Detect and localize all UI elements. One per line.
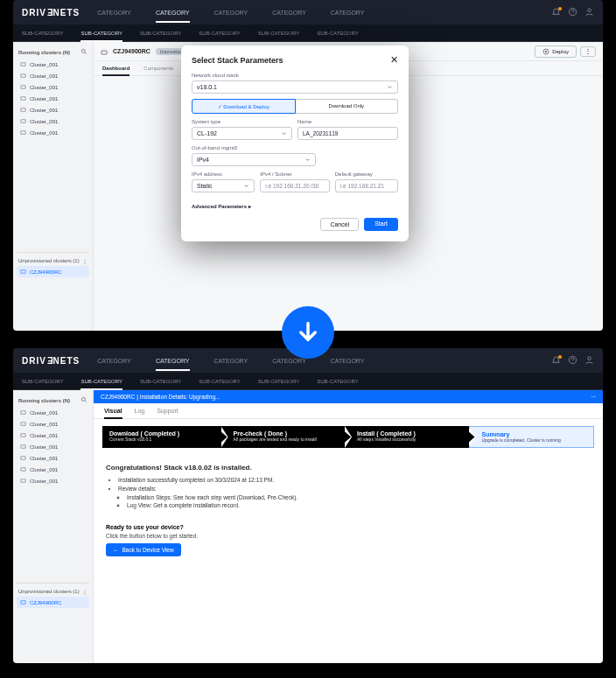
- ipv4addr-select[interactable]: Static: [192, 179, 255, 192]
- sub-cat-4[interactable]: SUB-CATEGORY: [258, 379, 299, 384]
- start-button[interactable]: Start: [364, 218, 398, 231]
- running-clusters-header: Running clusters (N): [17, 45, 89, 59]
- app-body: Running clusters (N) Cluster_001 Cluster…: [13, 42, 603, 331]
- install-header-more[interactable]: ···: [592, 394, 596, 400]
- sub-cat-2[interactable]: SUB-CATEGORY: [140, 379, 181, 384]
- cluster-label: Cluster_001: [30, 433, 58, 438]
- notifications-icon[interactable]: [551, 356, 561, 366]
- cluster-item[interactable]: Cluster_001: [17, 441, 89, 452]
- more-icon[interactable]: ⋮: [82, 258, 88, 264]
- unprov-cluster-item[interactable]: CZJ94900RC: [17, 266, 89, 277]
- svg-rect-10: [21, 270, 25, 274]
- advanced-params-link[interactable]: Advanced Parameters ▸: [192, 203, 398, 209]
- cluster-item[interactable]: Cluster_001: [17, 407, 89, 418]
- cluster-item[interactable]: Cluster_001: [17, 70, 89, 81]
- tab-visual[interactable]: Visual: [104, 408, 122, 418]
- search-icon[interactable]: [80, 48, 88, 56]
- top-cat-0[interactable]: CATEGORY: [97, 3, 131, 23]
- back-to-device-button[interactable]: ← Back to Device View: [106, 543, 181, 556]
- stage-summary[interactable]: Summary Upgrade is completed. Cluster is…: [469, 426, 595, 448]
- search-icon[interactable]: [80, 396, 88, 404]
- unprovisioned-section: Unprovisioned clusters (1)⋮ CZJ94900RC: [17, 583, 89, 608]
- tab-log[interactable]: Log: [135, 408, 145, 418]
- sub-cat-3[interactable]: SUB-CATEGORY: [199, 31, 240, 36]
- svg-rect-20: [21, 457, 25, 460]
- cluster-item[interactable]: Cluster_001: [17, 115, 89, 127]
- top-cat-2[interactable]: CATEGORY: [214, 3, 248, 23]
- arrow-left-icon: ←: [113, 547, 119, 553]
- cluster-label: Cluster_001: [30, 479, 58, 484]
- gw-field[interactable]: i.e 192.168.21.21: [335, 179, 398, 192]
- main-area-bottom: CZJ94900RC | Installation Details: Upgra…: [94, 390, 603, 663]
- tab-dashboard[interactable]: Dashboard: [102, 61, 130, 75]
- subbar-bottom: SUB-CATEGORY SUB-CATEGORY SUB-CATEGORY S…: [13, 373, 603, 390]
- device-name: CZJ94900RC: [113, 48, 150, 54]
- sub-cat-3[interactable]: SUB-CATEGORY: [199, 379, 240, 384]
- oob-select[interactable]: IPv4: [192, 153, 316, 166]
- device-more-button[interactable]: ⋮: [580, 46, 596, 57]
- top-categories: CATEGORY CATEGORY CATEGORY CATEGORY CATE…: [97, 3, 364, 23]
- subnet-field[interactable]: i.e 192.160.21.20 /30: [260, 179, 329, 192]
- stage-install[interactable]: Install ( Completed ) All steps Installe…: [345, 426, 469, 448]
- systype-select[interactable]: CL-192: [192, 127, 292, 140]
- cluster-item[interactable]: Cluster_001: [17, 475, 89, 486]
- deploy-button[interactable]: Deploy: [535, 45, 577, 58]
- chevron-down-icon: [387, 84, 393, 90]
- tab-components[interactable]: Components: [144, 61, 173, 75]
- top-cat-1[interactable]: CATEGORY: [156, 351, 190, 371]
- cluster-item[interactable]: Cluster_001: [17, 81, 89, 93]
- cluster-label: Cluster_001: [30, 73, 58, 79]
- close-icon[interactable]: ✕: [390, 54, 398, 66]
- ncs-select[interactable]: v18.0.1: [192, 80, 398, 94]
- name-field[interactable]: LA_20231119: [298, 127, 398, 140]
- sub-cat-5[interactable]: SUB-CATEGORY: [317, 379, 358, 384]
- top-cat-4[interactable]: CATEGORY: [331, 3, 365, 23]
- svg-point-2: [81, 49, 85, 52]
- ncs-label: Network cloud stack: [192, 73, 398, 78]
- top-cat-4[interactable]: CATEGORY: [331, 351, 365, 371]
- sidebar: Running clusters (N) Cluster_001 Cluster…: [13, 42, 94, 331]
- more-icon[interactable]: ⋮: [82, 589, 88, 595]
- notifications-icon[interactable]: [551, 8, 561, 17]
- panel-before: DRIVENETS CATEGORY CATEGORY CATEGORY CAT…: [13, 0, 603, 331]
- sub-cat-0[interactable]: SUB-CATEGORY: [22, 31, 63, 36]
- cluster-item[interactable]: Cluster_001: [17, 418, 89, 430]
- stage-install-sub: All steps Installed successfully: [357, 437, 462, 442]
- download-only-option[interactable]: Download Only: [296, 99, 399, 114]
- systype-label: System type: [192, 119, 292, 124]
- sub-cat-2[interactable]: SUB-CATEGORY: [140, 31, 181, 36]
- cluster-item[interactable]: Cluster_001: [17, 430, 89, 441]
- cluster-item[interactable]: Cluster_001: [17, 104, 89, 115]
- top-cat-2[interactable]: CATEGORY: [214, 351, 248, 371]
- help-icon[interactable]: [568, 355, 578, 366]
- top-categories-bottom: CATEGORY CATEGORY CATEGORY CATEGORY CATE…: [97, 351, 364, 371]
- cluster-item[interactable]: Cluster_001: [17, 127, 89, 138]
- sub-cat-0[interactable]: SUB-CATEGORY: [22, 379, 63, 384]
- user-icon[interactable]: [584, 7, 594, 17]
- sub-cat-4[interactable]: SUB-CATEGORY: [258, 31, 299, 36]
- sub-cat-1[interactable]: SUB-CATEGORY: [80, 374, 122, 389]
- unprov-cluster-item[interactable]: CZJ94900RC: [17, 597, 89, 608]
- top-cat-0[interactable]: CATEGORY: [97, 351, 131, 371]
- cluster-item[interactable]: Cluster_001: [17, 452, 89, 464]
- stage-download[interactable]: Download ( Completed ) Current Stack v18…: [102, 426, 221, 448]
- sub-cat-5[interactable]: SUB-CATEGORY: [317, 31, 358, 36]
- congrats-bullet-1: Installation successfully completed on 3…: [118, 476, 591, 485]
- ipv4addr-value: Static: [197, 183, 213, 189]
- download-deploy-option[interactable]: ✓ Download & Deploy: [192, 99, 296, 114]
- cancel-button[interactable]: Cancel: [320, 218, 359, 231]
- cluster-item[interactable]: Cluster_001: [17, 59, 89, 70]
- cluster-item[interactable]: Cluster_001: [17, 464, 89, 475]
- unprov-label: Unprovisioned clusters (1): [18, 258, 80, 264]
- top-cat-3[interactable]: CATEGORY: [272, 3, 306, 23]
- cluster-label: Cluster_001: [30, 410, 58, 416]
- help-icon[interactable]: [568, 7, 578, 17]
- panel-after: DRIVENETS CATEGORY CATEGORY CATEGORY CAT…: [13, 348, 603, 663]
- oob-label: Out-of-band mgmt0: [192, 145, 398, 150]
- user-icon[interactable]: [584, 355, 594, 366]
- tab-support[interactable]: Support: [157, 408, 178, 418]
- cluster-item[interactable]: Cluster_001: [17, 93, 89, 104]
- top-cat-1[interactable]: CATEGORY: [156, 3, 190, 23]
- stage-precheck[interactable]: Pre-check ( Done ) All packages are test…: [221, 426, 346, 448]
- sub-cat-1[interactable]: SUB-CATEGORY: [80, 25, 122, 41]
